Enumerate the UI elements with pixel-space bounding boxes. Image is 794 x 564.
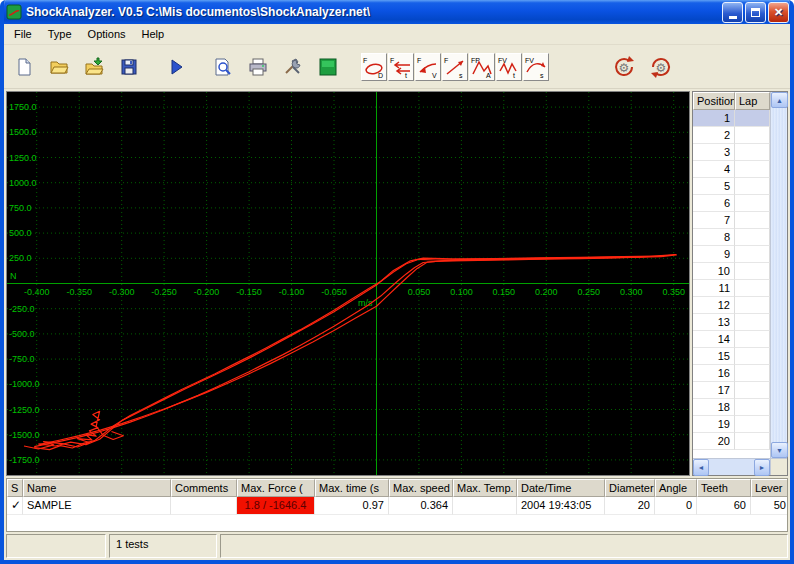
force-time-chart-button[interactable]: Ft [388,53,414,81]
grid-header-angle[interactable]: Angle [655,479,697,497]
lap-cell [735,127,770,144]
maximize-button[interactable] [745,2,766,23]
position-table-header-position[interactable]: Position [693,92,735,110]
close-button[interactable]: ✕ [768,2,789,23]
position-table-header-lap[interactable]: Lap [735,92,770,110]
position-cell: 14 [693,331,735,348]
position-row[interactable]: 8 [693,229,770,246]
lap-cell [735,195,770,212]
position-row[interactable]: 3 [693,144,770,161]
position-cell: 10 [693,263,735,280]
save-button[interactable] [115,53,143,81]
grid-header-max_time[interactable]: Max. time (s [315,479,389,497]
vertical-scrollbar[interactable]: ▲ ▼ [770,92,787,458]
position-row[interactable]: 16 [693,365,770,382]
menu-bar: FileTypeOptionsHelp [4,24,790,45]
lap-cell [735,433,770,450]
scroll-up-button[interactable]: ▲ [771,92,788,108]
test-row[interactable]: ✓SAMPLE1.8 / -1646.40.970.3642004 19:43:… [7,497,787,515]
svg-text:-1250.0: -1250.0 [9,405,40,415]
position-row[interactable]: 10 [693,263,770,280]
position-row[interactable]: 4 [693,161,770,178]
svg-text:0.200: 0.200 [535,287,558,297]
run-test-button[interactable] [162,53,190,81]
position-row[interactable]: 15 [693,348,770,365]
svg-text:FV: FV [525,57,534,64]
maximize-icon [751,8,760,17]
grid-header-max_speed[interactable]: Max. speed [389,479,453,497]
position-cell: 18 [693,399,735,416]
lap-cell [735,365,770,382]
position-row[interactable]: 2 [693,127,770,144]
grid-header-comments[interactable]: Comments [171,479,237,497]
position-row[interactable]: 13 [693,314,770,331]
force-displacement-chart-button[interactable]: FD [361,53,387,81]
scroll-left-button[interactable]: ◄ [693,459,709,476]
svg-text:0.050: 0.050 [408,287,431,297]
grid-header-max_force[interactable]: Max. Force ( [237,479,315,497]
print-preview-button[interactable] [209,53,237,81]
position-cell: 9 [693,246,735,263]
import-button[interactable] [80,53,108,81]
print-button[interactable] [244,53,272,81]
position-row[interactable]: 1 [693,110,770,127]
tools-button[interactable] [279,53,307,81]
position-row[interactable]: 17 [693,382,770,399]
menu-help[interactable]: Help [134,26,173,42]
grid-header-lever[interactable]: Lever [751,479,788,497]
grid-header-max_temp[interactable]: Max. Temp. [453,479,517,497]
lap-cell [735,314,770,331]
scroll-track-vertical[interactable] [771,108,787,442]
position-row[interactable]: 14 [693,331,770,348]
title-bar[interactable]: ShockAnalyzer. V0.5 C:\Mis documentos\Sh… [0,0,794,24]
position-row[interactable]: 5 [693,178,770,195]
open-button[interactable] [45,53,73,81]
horizontal-scrollbar[interactable]: ◄ ► [693,458,787,475]
measure-button[interactable] [314,53,342,81]
svg-text:-0.150: -0.150 [236,287,262,297]
printer-icon [248,57,268,77]
position-row[interactable]: 7 [693,212,770,229]
velocity-stroke-chart-button[interactable]: FVs [523,53,549,81]
new-button[interactable] [10,53,38,81]
position-row[interactable]: 12 [693,297,770,314]
grid-header-name[interactable]: Name [23,479,171,497]
main-area: -0.400-0.350-0.300-0.250-0.200-0.150-0.1… [4,89,790,476]
force-velocity-chart[interactable]: -0.400-0.350-0.300-0.250-0.200-0.150-0.1… [6,91,690,476]
status-bar: 1 tests [6,534,788,558]
grid-header-date_time[interactable]: Date/Time [517,479,605,497]
peak-force-chart-button[interactable]: FPA [469,53,495,81]
menu-file[interactable]: File [6,26,40,42]
motor-settings-button[interactable]: ⚙ [646,52,676,82]
calibrate-button[interactable]: ⚙ [609,52,639,82]
position-table: PositionLap12345678910111213141516171819… [693,92,770,458]
lap-cell [735,161,770,178]
position-row[interactable]: 6 [693,195,770,212]
menu-options[interactable]: Options [80,26,134,42]
position-cell: 19 [693,416,735,433]
position-row[interactable]: 18 [693,399,770,416]
velocity-time-chart-button[interactable]: FVt [496,53,522,81]
svg-text:D: D [378,72,383,79]
grid-header-diameter[interactable]: Diameter [605,479,655,497]
svg-text:-250.0: -250.0 [9,304,35,314]
lap-cell [735,178,770,195]
grid-header-teeth[interactable]: Teeth [697,479,751,497]
position-row[interactable]: 11 [693,280,770,297]
print-preview-icon [213,57,233,77]
scroll-down-button[interactable]: ▼ [771,442,788,458]
grid-header-checked[interactable]: S [7,479,23,497]
force-stroke-chart-button[interactable]: Fs [442,53,468,81]
grid-cell-date_time: 2004 19:43:05 [517,497,605,515]
force-velocity-chart-button[interactable]: FV [415,53,441,81]
position-row[interactable]: 9 [693,246,770,263]
menu-type[interactable]: Type [40,26,80,42]
scroll-track-horizontal[interactable] [709,459,754,475]
gear-refresh-icon: ⚙ [611,54,637,80]
lap-cell [735,416,770,433]
svg-text:V: V [432,72,437,79]
scroll-right-button[interactable]: ► [754,459,770,476]
position-row[interactable]: 20 [693,433,770,450]
position-row[interactable]: 19 [693,416,770,433]
minimize-button[interactable] [722,2,743,23]
